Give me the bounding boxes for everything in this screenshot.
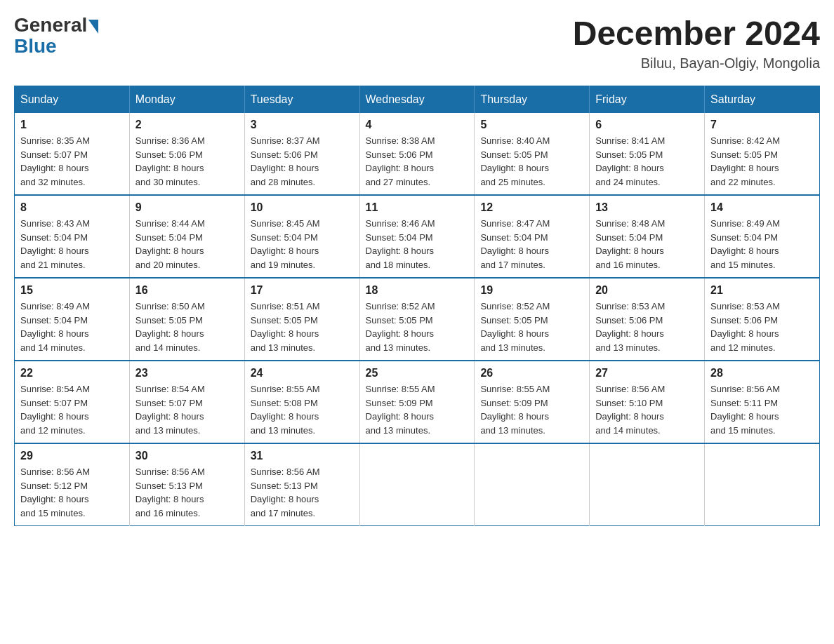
day-info: Sunrise: 8:56 AM Sunset: 5:13 PM Dayligh… [135, 465, 239, 520]
calendar-week-4: 22 Sunrise: 8:54 AM Sunset: 5:07 PM Dayl… [15, 361, 820, 443]
day-number: 29 [20, 450, 124, 462]
table-row: 19 Sunrise: 8:52 AM Sunset: 5:05 PM Dayl… [475, 278, 590, 361]
header-tuesday: Tuesday [244, 86, 359, 114]
day-info: Sunrise: 8:45 AM Sunset: 5:04 PM Dayligh… [251, 217, 354, 271]
day-number: 23 [135, 367, 239, 380]
day-number: 16 [135, 284, 239, 297]
table-row: 25 Sunrise: 8:55 AM Sunset: 5:09 PM Dayl… [359, 361, 475, 443]
day-info: Sunrise: 8:42 AM Sunset: 5:05 PM Dayligh… [710, 134, 814, 189]
table-row: 21 Sunrise: 8:53 AM Sunset: 5:06 PM Dayl… [705, 278, 820, 361]
table-row: 22 Sunrise: 8:54 AM Sunset: 5:07 PM Dayl… [15, 361, 130, 443]
table-row: 8 Sunrise: 8:43 AM Sunset: 5:04 PM Dayli… [15, 195, 130, 278]
day-info: Sunrise: 8:36 AM Sunset: 5:06 PM Dayligh… [135, 134, 239, 189]
logo: General Blue [14, 14, 98, 56]
table-row [475, 443, 590, 526]
day-number: 4 [366, 119, 469, 131]
calendar-table: Sunday Monday Tuesday Wednesday Thursday… [14, 86, 820, 526]
day-info: Sunrise: 8:38 AM Sunset: 5:06 PM Dayligh… [366, 134, 469, 189]
table-row: 15 Sunrise: 8:49 AM Sunset: 5:04 PM Dayl… [15, 278, 130, 361]
logo-general-text: General [14, 14, 87, 36]
day-number: 14 [710, 201, 814, 214]
day-info: Sunrise: 8:37 AM Sunset: 5:06 PM Dayligh… [251, 134, 354, 189]
day-info: Sunrise: 8:35 AM Sunset: 5:07 PM Dayligh… [20, 134, 124, 189]
table-row: 20 Sunrise: 8:53 AM Sunset: 5:06 PM Dayl… [590, 278, 705, 361]
table-row: 2 Sunrise: 8:36 AM Sunset: 5:06 PM Dayli… [129, 113, 244, 195]
day-info: Sunrise: 8:56 AM Sunset: 5:13 PM Dayligh… [251, 465, 354, 520]
day-info: Sunrise: 8:53 AM Sunset: 5:06 PM Dayligh… [710, 300, 814, 354]
table-row: 1 Sunrise: 8:35 AM Sunset: 5:07 PM Dayli… [15, 113, 130, 195]
day-info: Sunrise: 8:56 AM Sunset: 5:11 PM Dayligh… [710, 382, 814, 437]
day-number: 3 [251, 119, 354, 131]
day-info: Sunrise: 8:55 AM Sunset: 5:09 PM Dayligh… [366, 382, 469, 437]
day-info: Sunrise: 8:54 AM Sunset: 5:07 PM Dayligh… [20, 382, 124, 437]
table-row: 3 Sunrise: 8:37 AM Sunset: 5:06 PM Dayli… [244, 113, 359, 195]
table-row: 14 Sunrise: 8:49 AM Sunset: 5:04 PM Dayl… [705, 195, 820, 278]
table-row: 29 Sunrise: 8:56 AM Sunset: 5:12 PM Dayl… [15, 443, 130, 526]
day-number: 5 [480, 119, 583, 131]
page-header: General Blue December 2024 Biluu, Bayan-… [14, 14, 820, 72]
day-info: Sunrise: 8:43 AM Sunset: 5:04 PM Dayligh… [20, 217, 124, 271]
day-number: 15 [20, 284, 124, 297]
month-title: December 2024 [573, 14, 820, 53]
table-row: 31 Sunrise: 8:56 AM Sunset: 5:13 PM Dayl… [244, 443, 359, 526]
table-row: 6 Sunrise: 8:41 AM Sunset: 5:05 PM Dayli… [590, 113, 705, 195]
day-info: Sunrise: 8:55 AM Sunset: 5:09 PM Dayligh… [480, 382, 583, 437]
day-number: 24 [251, 367, 354, 380]
day-number: 11 [366, 201, 469, 214]
day-info: Sunrise: 8:52 AM Sunset: 5:05 PM Dayligh… [480, 300, 583, 354]
table-row: 27 Sunrise: 8:56 AM Sunset: 5:10 PM Dayl… [590, 361, 705, 443]
day-info: Sunrise: 8:51 AM Sunset: 5:05 PM Dayligh… [251, 300, 354, 354]
day-number: 6 [595, 119, 699, 131]
table-row: 10 Sunrise: 8:45 AM Sunset: 5:04 PM Dayl… [244, 195, 359, 278]
day-info: Sunrise: 8:52 AM Sunset: 5:05 PM Dayligh… [366, 300, 469, 354]
table-row: 30 Sunrise: 8:56 AM Sunset: 5:13 PM Dayl… [129, 443, 244, 526]
table-row [705, 443, 820, 526]
day-number: 10 [251, 201, 354, 214]
day-info: Sunrise: 8:46 AM Sunset: 5:04 PM Dayligh… [366, 217, 469, 271]
day-number: 12 [480, 201, 583, 214]
day-info: Sunrise: 8:55 AM Sunset: 5:08 PM Dayligh… [251, 382, 354, 437]
day-info: Sunrise: 8:50 AM Sunset: 5:05 PM Dayligh… [135, 300, 239, 354]
table-row: 23 Sunrise: 8:54 AM Sunset: 5:07 PM Dayl… [129, 361, 244, 443]
table-row: 11 Sunrise: 8:46 AM Sunset: 5:04 PM Dayl… [359, 195, 475, 278]
table-row: 9 Sunrise: 8:44 AM Sunset: 5:04 PM Dayli… [129, 195, 244, 278]
day-number: 7 [710, 119, 814, 131]
day-number: 28 [710, 367, 814, 380]
table-row: 13 Sunrise: 8:48 AM Sunset: 5:04 PM Dayl… [590, 195, 705, 278]
location-subtitle: Biluu, Bayan-Olgiy, Mongolia [573, 55, 820, 72]
day-info: Sunrise: 8:53 AM Sunset: 5:06 PM Dayligh… [595, 300, 699, 354]
day-number: 19 [480, 284, 583, 297]
table-row: 17 Sunrise: 8:51 AM Sunset: 5:05 PM Dayl… [244, 278, 359, 361]
header-thursday: Thursday [475, 86, 590, 114]
day-info: Sunrise: 8:48 AM Sunset: 5:04 PM Dayligh… [595, 217, 699, 271]
table-row: 24 Sunrise: 8:55 AM Sunset: 5:08 PM Dayl… [244, 361, 359, 443]
day-info: Sunrise: 8:47 AM Sunset: 5:04 PM Dayligh… [480, 217, 583, 271]
calendar-week-1: 1 Sunrise: 8:35 AM Sunset: 5:07 PM Dayli… [15, 113, 820, 195]
title-section: December 2024 Biluu, Bayan-Olgiy, Mongol… [573, 14, 820, 72]
header-wednesday: Wednesday [359, 86, 475, 114]
day-info: Sunrise: 8:44 AM Sunset: 5:04 PM Dayligh… [135, 217, 239, 271]
day-number: 13 [595, 201, 699, 214]
header-monday: Monday [129, 86, 244, 114]
header-friday: Friday [590, 86, 705, 114]
day-number: 9 [135, 201, 239, 214]
header-saturday: Saturday [705, 86, 820, 114]
table-row [359, 443, 475, 526]
day-number: 30 [135, 450, 239, 462]
day-info: Sunrise: 8:49 AM Sunset: 5:04 PM Dayligh… [710, 217, 814, 271]
calendar-week-5: 29 Sunrise: 8:56 AM Sunset: 5:12 PM Dayl… [15, 443, 820, 526]
table-row [590, 443, 705, 526]
logo-arrow-icon [88, 20, 98, 34]
day-number: 2 [135, 119, 239, 131]
table-row: 5 Sunrise: 8:40 AM Sunset: 5:05 PM Dayli… [475, 113, 590, 195]
day-info: Sunrise: 8:40 AM Sunset: 5:05 PM Dayligh… [480, 134, 583, 189]
calendar-week-2: 8 Sunrise: 8:43 AM Sunset: 5:04 PM Dayli… [15, 195, 820, 278]
day-info: Sunrise: 8:54 AM Sunset: 5:07 PM Dayligh… [135, 382, 239, 437]
table-row: 16 Sunrise: 8:50 AM Sunset: 5:05 PM Dayl… [129, 278, 244, 361]
table-row: 7 Sunrise: 8:42 AM Sunset: 5:05 PM Dayli… [705, 113, 820, 195]
day-number: 27 [595, 367, 699, 380]
day-number: 31 [251, 450, 354, 462]
day-info: Sunrise: 8:56 AM Sunset: 5:10 PM Dayligh… [595, 382, 699, 437]
logo-blue-text: Blue [14, 36, 57, 56]
day-number: 26 [480, 367, 583, 380]
